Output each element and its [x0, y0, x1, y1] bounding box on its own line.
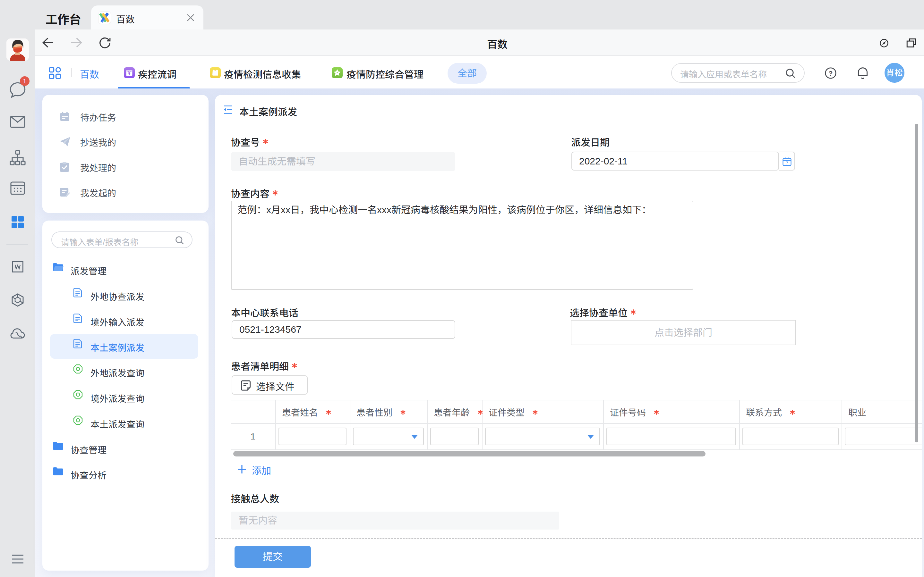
svg-text:7: 7 [786, 161, 788, 165]
svg-text:?: ? [829, 69, 833, 77]
svg-text:¥: ¥ [128, 71, 131, 76]
